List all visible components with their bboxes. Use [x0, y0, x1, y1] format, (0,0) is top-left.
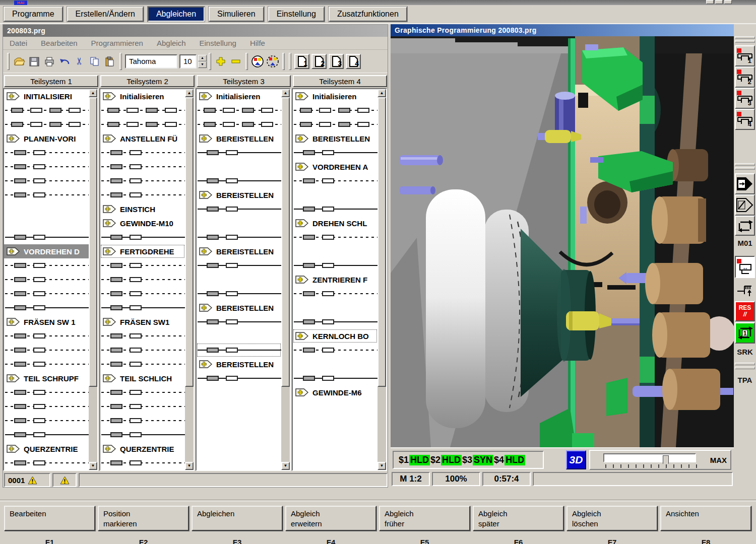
- operation-item[interactable]: GEWINDE-M6: [293, 385, 377, 399]
- sync-line[interactable]: [100, 174, 185, 188]
- scroll-down-button[interactable]: ▼: [377, 462, 386, 470]
- operation-item[interactable]: GEWINDE-M10: [100, 216, 185, 230]
- save-button[interactable]: [27, 54, 42, 69]
- sync-line[interactable]: [4, 287, 89, 301]
- operation-item[interactable]: EINSTICH: [100, 202, 185, 216]
- sync-line[interactable]: [100, 414, 185, 428]
- single-cycle-button[interactable]: 1: [735, 322, 755, 344]
- sync-line[interactable]: [4, 329, 89, 343]
- paste-button[interactable]: [102, 54, 117, 69]
- sync-line[interactable]: [293, 371, 377, 385]
- sync-line[interactable]: [100, 456, 185, 470]
- menu-programmieren[interactable]: Programmieren: [91, 39, 143, 47]
- operation-item[interactable]: INITIALISIERI: [4, 89, 89, 103]
- slide-select-button-2[interactable]: 2: [735, 66, 755, 88]
- sync-line[interactable]: [4, 146, 89, 160]
- single-block-button[interactable]: [735, 173, 755, 194]
- scrollbar[interactable]: ▲▼: [89, 89, 97, 470]
- scroll-up-button[interactable]: ▲: [89, 89, 97, 97]
- sync-line[interactable]: [4, 385, 89, 399]
- sync-line[interactable]: [100, 428, 185, 442]
- scroll-down-button[interactable]: ▼: [89, 462, 97, 470]
- scrollbar[interactable]: ▲▼: [377, 89, 386, 470]
- sync-line[interactable]: [4, 258, 89, 273]
- column-header-teilsystem-4[interactable]: Teilsystem 4: [293, 75, 387, 87]
- operation-item[interactable]: FRÄSEN SW 1: [4, 315, 89, 329]
- sync-line[interactable]: [100, 258, 185, 273]
- scroll-down-button[interactable]: ▼: [185, 462, 194, 470]
- sync-line[interactable]: [100, 287, 185, 301]
- sync-line[interactable]: [197, 174, 281, 188]
- sync-line[interactable]: [197, 202, 281, 216]
- scroll-down-button[interactable]: ▼: [281, 462, 290, 470]
- softkey-bearbeiten[interactable]: Bearbeiten: [4, 506, 95, 531]
- minimize-button[interactable]: [706, 0, 714, 4]
- sync-line[interactable]: [293, 146, 377, 160]
- sync-line[interactable]: [4, 174, 89, 188]
- slide-select-button-4[interactable]: 4: [735, 109, 755, 130]
- print-button[interactable]: [42, 54, 57, 69]
- undo-button[interactable]: [57, 54, 72, 69]
- sync-line[interactable]: [197, 287, 281, 301]
- sync-line[interactable]: [4, 230, 89, 244]
- sync-line[interactable]: [197, 343, 281, 357]
- sync-line[interactable]: [4, 117, 89, 131]
- operation-item[interactable]: QUERZENTRIE: [100, 442, 185, 456]
- sync-line[interactable]: [197, 146, 281, 160]
- view-mode-dotted-button[interactable]: [265, 54, 280, 69]
- sync-line[interactable]: [197, 117, 281, 131]
- operation-item[interactable]: VORDREHEN D: [4, 244, 89, 258]
- sync-line[interactable]: [293, 343, 377, 357]
- column-header-teilsystem-3[interactable]: Teilsystem 3: [197, 75, 291, 87]
- tab-simulieren[interactable]: Simulieren: [209, 7, 264, 22]
- page-button-1[interactable]: 1: [294, 54, 309, 69]
- spinner-up-button[interactable]: ▲: [198, 55, 207, 61]
- sync-line[interactable]: [100, 273, 185, 287]
- operation-item[interactable]: FRÄSEN SW1: [100, 315, 185, 329]
- menu-abgleich[interactable]: Abgleich: [157, 39, 186, 47]
- view-3d-button[interactable]: 3D: [566, 450, 586, 469]
- operation-item[interactable]: TEIL SCHRUPF: [4, 371, 89, 385]
- sync-line[interactable]: [4, 428, 89, 442]
- operation-item[interactable]: ZENTRIEREN F: [293, 273, 377, 287]
- zoom-out-button[interactable]: [228, 54, 243, 69]
- cut-button[interactable]: ✂: [72, 54, 87, 69]
- sync-line[interactable]: [293, 202, 377, 216]
- sync-line[interactable]: [4, 160, 89, 174]
- spinner-down-button[interactable]: ▼: [198, 61, 207, 68]
- operation-item[interactable]: Initialisieren: [293, 89, 377, 103]
- sync-line[interactable]: [197, 103, 281, 117]
- sync-line[interactable]: [293, 117, 377, 131]
- operation-item[interactable]: PLANEN-VORI: [4, 131, 89, 146]
- sync-line[interactable]: [197, 230, 281, 244]
- scrollbar-thumb[interactable]: [377, 97, 386, 387]
- sync-line[interactable]: [100, 117, 185, 131]
- open-button[interactable]: [12, 54, 27, 69]
- scrollbar[interactable]: ▲▼: [281, 89, 290, 470]
- sync-line[interactable]: [100, 343, 185, 357]
- operation-item[interactable]: Initialisieren: [100, 89, 185, 103]
- font-select[interactable]: Tahoma: [125, 54, 177, 69]
- sync-line[interactable]: [4, 456, 89, 470]
- sync-line[interactable]: [293, 258, 377, 273]
- softkey-abgleich-spaeter[interactable]: Abgleichspäter: [473, 506, 564, 531]
- softkey-ansichten[interactable]: Ansichten: [660, 506, 751, 531]
- operation-item[interactable]: BEREISTELLEN: [197, 131, 281, 146]
- operation-item[interactable]: ANSTELLEN FÜ: [100, 131, 185, 146]
- tab-zusatzfunktionen[interactable]: Zusatzfunktionen: [329, 7, 407, 22]
- sync-line[interactable]: [4, 399, 89, 414]
- operation-item[interactable]: VORDREHEN A: [293, 160, 377, 174]
- page-button-3[interactable]: 3: [329, 54, 344, 69]
- operation-item[interactable]: TEIL SCHLICH: [100, 371, 185, 385]
- sync-line[interactable]: [197, 315, 281, 329]
- sync-line[interactable]: [100, 385, 185, 399]
- sync-line[interactable]: [100, 399, 185, 414]
- tool-change-button[interactable]: ↔: [735, 256, 755, 278]
- sync-line[interactable]: [197, 258, 281, 273]
- scroll-up-button[interactable]: ▲: [281, 89, 290, 97]
- simulation-viewport[interactable]: [391, 36, 734, 447]
- softkey-abgleich-erweitern[interactable]: Abgleicherweitern: [285, 506, 376, 531]
- operation-item[interactable]: FERTIGDREHE: [100, 244, 185, 258]
- operation-item[interactable]: BEREISTELLEN: [197, 244, 281, 258]
- operation-item[interactable]: BEREISTELLEN: [293, 131, 377, 146]
